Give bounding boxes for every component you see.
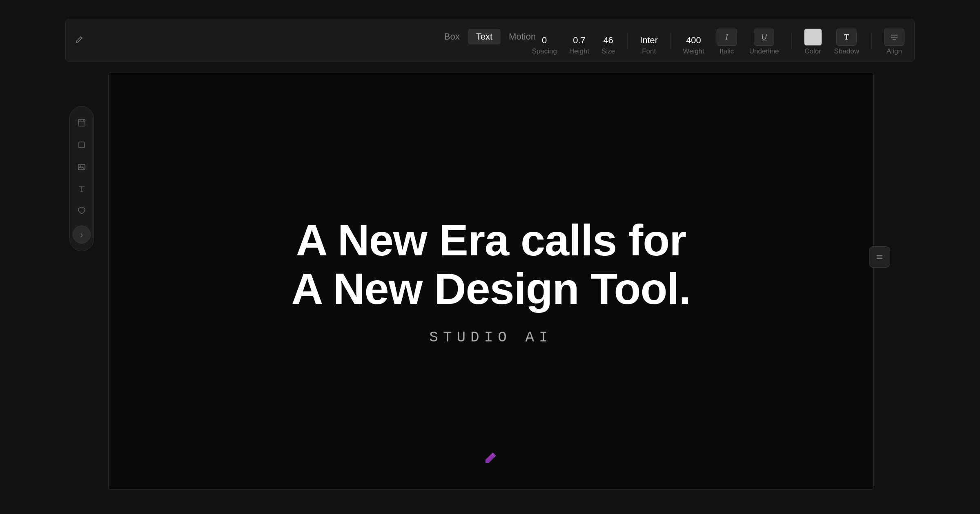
underline-label: Underline: [749, 47, 779, 55]
divider-3: [791, 33, 792, 49]
sidebar-expand-button[interactable]: ›: [73, 226, 91, 244]
height-label: Height: [569, 47, 589, 55]
glow-pencil-icon: [482, 448, 500, 466]
font-control: Inter Font: [640, 35, 658, 55]
weight-label: Weight: [683, 47, 704, 55]
underline-button[interactable]: U: [754, 29, 774, 46]
weight-value[interactable]: 400: [686, 35, 701, 46]
glow-line: [389, 477, 593, 489]
divider-1: [627, 33, 628, 49]
svg-rect-7: [79, 142, 85, 148]
box-icon[interactable]: [73, 136, 91, 154]
image-icon[interactable]: [73, 158, 91, 176]
right-panel-button[interactable]: [869, 246, 890, 268]
divider-4: [871, 33, 872, 49]
color-swatch[interactable]: [804, 29, 822, 46]
studio-logo: STUDIO AI: [429, 329, 552, 346]
tab-box[interactable]: Box: [436, 29, 468, 44]
toolbar-tabs: Box Text Motion: [436, 29, 544, 44]
size-label: Size: [601, 47, 615, 55]
height-control: 0.7 Height: [569, 35, 589, 55]
pencil-icon[interactable]: [76, 36, 83, 45]
italic-control: I Italic: [717, 29, 737, 55]
shadow-control: T Shadow: [834, 29, 859, 55]
underline-control: U Underline: [749, 29, 779, 55]
align-button[interactable]: [884, 29, 904, 46]
chevron-right-icon: ›: [80, 230, 83, 239]
left-sidebar: ›: [69, 106, 94, 251]
canvas-area: A New Era calls for A New Design Tool. S…: [108, 73, 874, 490]
divider-2: [670, 33, 670, 49]
height-value[interactable]: 0.7: [573, 35, 586, 46]
canvas-content: A New Era calls for A New Design Tool. S…: [109, 73, 873, 489]
heart-icon[interactable]: [73, 202, 91, 220]
toolbar-controls: 0 Spacing 0.7 Height 46 Size Inter Font …: [532, 25, 905, 55]
align-label: Align: [886, 47, 902, 55]
toolbar: Box Text Motion 0 Spacing 0.7 Height 46 …: [65, 19, 915, 62]
italic-label: Italic: [719, 47, 734, 55]
font-value[interactable]: Inter: [640, 35, 658, 46]
weight-control: 400 Weight: [683, 35, 704, 55]
align-control: Align: [884, 29, 904, 55]
font-label: Font: [642, 47, 656, 55]
shadow-label: Shadow: [834, 47, 859, 55]
color-control: Color: [804, 29, 822, 55]
italic-button[interactable]: I: [717, 29, 737, 46]
size-control: 46 Size: [601, 35, 615, 55]
text-icon[interactable]: [73, 180, 91, 198]
main-heading: A New Era calls for A New Design Tool.: [291, 216, 690, 313]
bottom-glow: [369, 456, 614, 489]
tab-text[interactable]: Text: [468, 29, 501, 44]
color-label: Color: [804, 47, 821, 55]
tab-motion[interactable]: Motion: [501, 29, 544, 44]
shadow-button[interactable]: T: [836, 29, 857, 46]
heading-line-2: A New Design Tool.: [291, 265, 690, 313]
frame-icon[interactable]: [73, 114, 91, 132]
spacing-label: Spacing: [532, 47, 557, 55]
heading-line-1: A New Era calls for: [291, 216, 690, 265]
size-value[interactable]: 46: [603, 35, 613, 46]
svg-rect-3: [78, 120, 85, 126]
